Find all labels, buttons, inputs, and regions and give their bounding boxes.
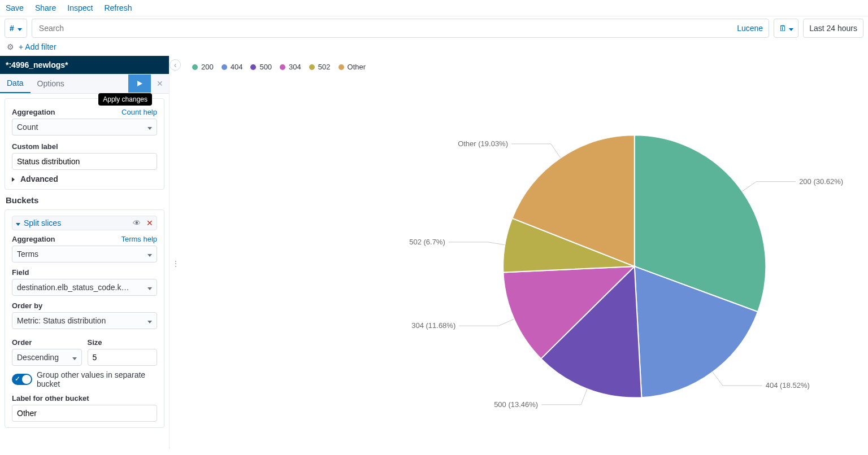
orderby-select[interactable]: Metric: Status distribution	[12, 312, 157, 329]
filter-language-button[interactable]: #	[5, 19, 27, 38]
chevron-down-icon	[147, 316, 152, 325]
visualization-area: 200404500304502Other 200 (30.62%)404 (18…	[170, 56, 868, 449]
chevron-down-icon	[789, 24, 793, 33]
leader-line	[459, 319, 514, 326]
legend-dot-icon	[192, 64, 198, 70]
filter-bar: ⚙ + Add filter	[0, 40, 868, 56]
slice-label: 500 (13.46%)	[494, 400, 538, 409]
leader-line	[511, 144, 561, 158]
delete-bucket-icon[interactable]: ✕	[146, 218, 153, 228]
gear-icon[interactable]: ⚙	[7, 42, 14, 51]
play-icon	[136, 80, 144, 88]
legend-item[interactable]: 304	[280, 63, 301, 71]
order-label: Order	[12, 338, 32, 347]
tab-data[interactable]: Data	[0, 74, 31, 93]
legend-item[interactable]: 500	[250, 63, 272, 71]
inspect-link[interactable]: Inspect	[67, 3, 93, 12]
size-input[interactable]	[88, 349, 158, 366]
query-language-toggle[interactable]: Lucene	[737, 24, 763, 33]
leader-line	[743, 182, 796, 191]
eye-icon[interactable]: 👁	[133, 218, 141, 228]
chevron-down-icon	[147, 250, 152, 259]
chevron-down-icon	[147, 123, 152, 132]
buckets-title: Buckets	[6, 195, 163, 205]
advanced-label: Advanced	[20, 174, 58, 183]
other-label-input[interactable]	[12, 405, 157, 422]
metrics-card: Aggregation Count help Count Custom labe…	[5, 98, 164, 190]
legend-dot-icon	[309, 64, 315, 70]
pie-chart: 200 (30.62%)404 (18.52%)500 (13.46%)304 …	[192, 77, 862, 441]
legend-label: Other	[348, 63, 366, 71]
orderby-label: Order by	[12, 301, 42, 310]
bucket-name: Split slices	[24, 218, 61, 228]
slice-label: 304 (11.68%)	[411, 321, 455, 330]
custom-label-label: Custom label	[12, 142, 58, 151]
chevron-down-icon	[147, 283, 152, 292]
legend-label: 404	[231, 63, 243, 71]
bucket-aggregation-select[interactable]: Terms	[12, 246, 157, 262]
query-bar: # Lucene 🗓 Last 24 hours	[0, 16, 868, 40]
legend-dot-icon	[222, 64, 227, 70]
bucket-header: Split slices 👁 ✕	[12, 216, 157, 230]
discard-changes-button[interactable]: ✕	[151, 75, 169, 93]
custom-label-input[interactable]	[12, 153, 157, 170]
count-help-link[interactable]: Count help	[121, 108, 157, 116]
field-select[interactable]: destination.elb_status_code.k…	[12, 279, 157, 296]
field-label: Field	[12, 268, 29, 277]
save-link[interactable]: Save	[6, 3, 24, 12]
slice-label: 502 (6.7%)	[409, 238, 445, 246]
slice-label: Other (19.03%)	[458, 139, 508, 148]
aggregation-select[interactable]: Count	[12, 119, 157, 135]
advanced-toggle[interactable]: Advanced	[12, 174, 157, 183]
other-label-label: Label for other bucket	[12, 394, 89, 403]
terms-help-link[interactable]: Terms help	[121, 235, 157, 243]
chevron-down-icon	[72, 353, 77, 362]
slice-label: 404 (18.52%)	[766, 381, 810, 390]
leader-line	[449, 242, 505, 245]
bucket-aggregation-label: Aggregation	[12, 235, 55, 243]
chart-legend: 200404500304502Other	[192, 62, 862, 77]
field-value: destination.elb_status_code.k…	[17, 283, 129, 292]
legend-item[interactable]: 404	[222, 63, 243, 71]
order-select[interactable]: Descending	[12, 349, 82, 366]
tab-options[interactable]: Options	[31, 75, 71, 93]
search-input[interactable]	[38, 19, 732, 37]
legend-label: 200	[201, 63, 214, 71]
bucket-aggregation-value: Terms	[17, 250, 38, 259]
chevron-down-icon	[18, 24, 22, 33]
search-wrapper: Lucene	[32, 19, 769, 38]
apply-tooltip: Apply changes	[98, 93, 152, 106]
legend-dot-icon	[250, 64, 256, 70]
date-quick-select[interactable]: 🗓	[774, 19, 798, 38]
legend-item[interactable]: 200	[192, 63, 214, 71]
pie-svg	[192, 77, 862, 441]
apply-changes-button[interactable]	[128, 75, 151, 93]
close-icon: ✕	[157, 79, 163, 88]
legend-label: 500	[259, 63, 272, 71]
date-range-picker[interactable]: Last 24 hours	[803, 19, 863, 38]
chevron-down-icon[interactable]	[16, 218, 20, 228]
bucket-card: Split slices 👁 ✕ Aggregation Terms help …	[5, 209, 164, 428]
legend-item[interactable]: 502	[309, 63, 331, 71]
leader-line	[713, 372, 762, 386]
editor-tabs: Data Options ✕ Apply changes	[0, 74, 169, 94]
orderby-value: Metric: Status distribution	[17, 316, 106, 325]
add-filter-button[interactable]: + Add filter	[19, 42, 57, 51]
editor-sidebar: *:4996_newlogs* Data Options ✕ Apply cha…	[0, 56, 170, 449]
group-other-label: Group other values in separate bucket	[37, 370, 157, 388]
size-label: Size	[88, 338, 102, 347]
aggregation-value: Count	[17, 123, 38, 132]
calendar-icon: 🗓	[779, 24, 787, 33]
legend-dot-icon	[338, 64, 344, 70]
index-pattern-selector[interactable]: *:4996_newlogs*	[0, 56, 169, 74]
order-value: Descending	[17, 353, 59, 362]
share-link[interactable]: Share	[35, 3, 56, 12]
group-other-toggle[interactable]: ✓	[12, 374, 32, 385]
legend-label: 304	[289, 63, 301, 71]
slice-label: 200 (30.62%)	[799, 177, 843, 186]
top-nav: Save Share Inspect Refresh	[0, 0, 868, 16]
legend-item[interactable]: Other	[338, 63, 366, 71]
legend-dot-icon	[280, 64, 285, 70]
refresh-link[interactable]: Refresh	[104, 3, 132, 12]
chevron-right-icon	[12, 174, 17, 183]
